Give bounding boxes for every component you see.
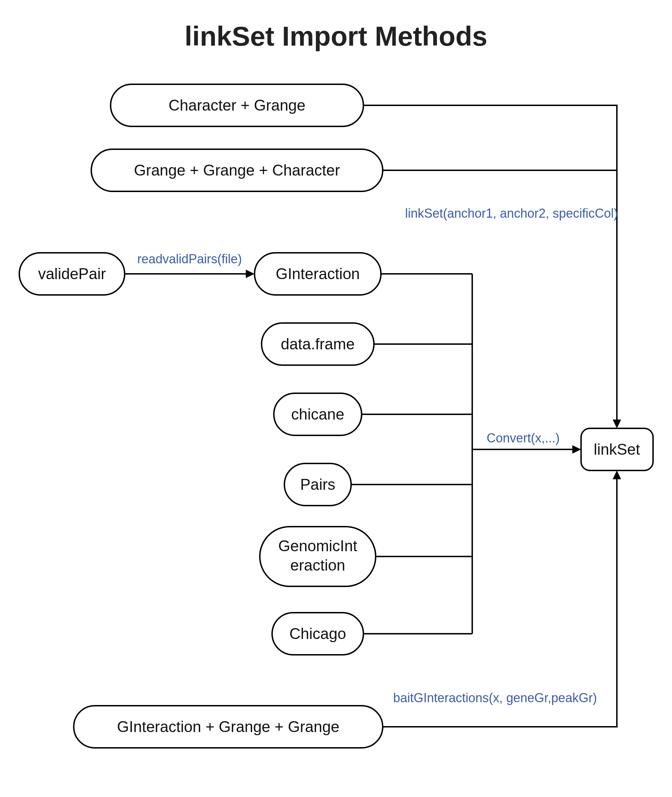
node-dataframe-label: data.frame [281, 335, 355, 352]
node-ginteraction-grange-grange-label: GInteraction + Grange + Grange [117, 718, 339, 735]
node-linkset-label: linkSet [594, 441, 640, 458]
node-ginteraction-label: GInteraction [275, 265, 360, 282]
node-character-grange-label: Character + Grange [168, 96, 306, 114]
edge-label-readvalidpairs: readvalidPairs(file) [137, 252, 242, 266]
edge-gigg-to-linkset [383, 479, 617, 727]
node-grange-grange-char-label: Grange + Grange + Character [134, 162, 340, 179]
node-genomicinteraction-label-1: GenomicInt [278, 537, 357, 554]
edge-label-convert: Convert(x,...) [486, 431, 560, 445]
edge-label-baitgi: baitGInteractions(x, geneGr,peakGr) [393, 691, 597, 705]
arrowhead-convert [572, 445, 581, 454]
node-chicago-label: Chicago [289, 625, 346, 642]
node-pairs-label: Pairs [300, 476, 335, 493]
node-chicane-label: chicane [291, 405, 344, 423]
edge-label-linksetcall: linkSet(anchor1, anchor2, specificCol) [405, 206, 618, 221]
arrowhead-chargrange [613, 419, 621, 428]
node-genomicinteraction-label-2: eraction [290, 557, 346, 574]
arrowhead-gigg [613, 471, 621, 479]
diagram-title: linkSet Import Methods [185, 21, 487, 51]
diagram-canvas: linkSet Import Methods Character + Grang… [0, 0, 672, 797]
arrowhead-validepair [246, 270, 254, 278]
node-validepair-label: validePair [38, 265, 106, 282]
edge-chargrange-to-linkset [363, 105, 617, 419]
